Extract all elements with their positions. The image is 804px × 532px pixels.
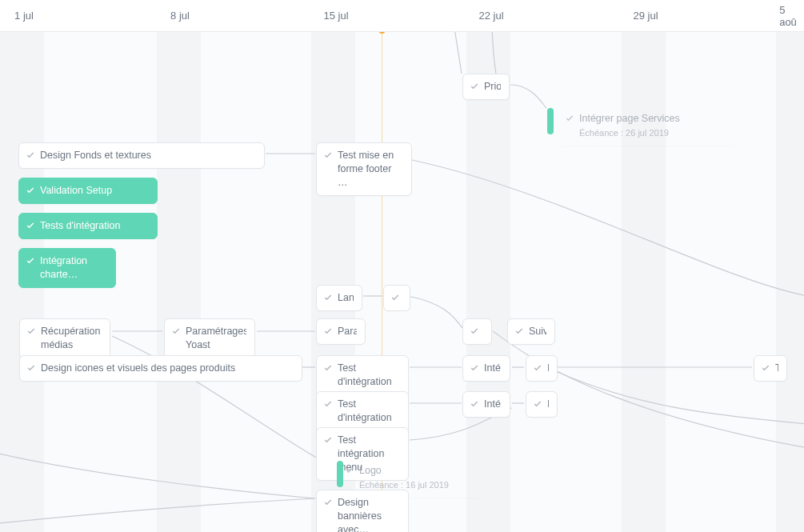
check-icon (26, 363, 36, 373)
task-label: Suiv… (529, 325, 546, 338)
check-icon (26, 150, 35, 160)
task-label: Inté… (484, 362, 502, 375)
task-i2[interactable]: I… (526, 391, 558, 418)
task-i1[interactable]: I… (526, 355, 558, 382)
weekend-stripe (157, 32, 201, 532)
task-label: Intégration charte… (40, 254, 107, 282)
task-t[interactable]: T… (754, 355, 787, 382)
date-label: 22 jul (478, 10, 503, 22)
weekend-stripe (776, 32, 804, 532)
date-label: 8 jul (170, 10, 190, 22)
task-medias[interactable]: Récupération médias (19, 318, 110, 358)
task-s[interactable]: S (462, 318, 492, 345)
date-label: 1 jul (14, 10, 34, 22)
check-icon (323, 435, 333, 445)
task-icones[interactable]: Design icones et visuels des pages produ… (19, 355, 302, 382)
task-label: Design icones et visuels des pages produ… (41, 362, 235, 375)
check-icon (323, 363, 333, 373)
task-label: Intégrer page Services (579, 112, 680, 126)
check-icon (470, 82, 479, 91)
task-label: Design bannières avec… (338, 496, 400, 532)
milestone-pill (547, 108, 554, 134)
timeline-canvas[interactable]: Prio… Intégrer page Services Échéance : … (0, 32, 804, 532)
check-icon (470, 399, 479, 409)
task-inte1[interactable]: Inté… (462, 355, 510, 382)
task-label: Prio… (484, 80, 501, 94)
check-icon (390, 293, 400, 302)
task-g[interactable]: G (383, 285, 410, 311)
check-icon (323, 326, 333, 336)
task-validation[interactable]: Validation Setup (18, 178, 158, 204)
task-label: Validation Setup (40, 184, 112, 198)
task-para[interactable]: Para… (316, 318, 366, 345)
task-label: Design Fonds et textures (40, 149, 151, 162)
task-label: Inté… (484, 398, 502, 411)
task-label: T… (775, 362, 778, 375)
date-label: 15 jul (323, 10, 348, 22)
check-icon (323, 399, 333, 409)
task-due: Échéance : 26 jul 2019 (579, 127, 680, 139)
check-icon (171, 326, 181, 336)
timeline-header: 1 jul 8 jul 15 jul 22 jul 29 jul 5 aoû (0, 0, 804, 32)
task-services[interactable]: Intégrer page Services Échéance : 26 jul… (558, 106, 734, 146)
check-icon (26, 256, 35, 266)
date-label: 5 aoû (779, 4, 797, 28)
task-label: I… (547, 398, 549, 411)
check-icon (323, 150, 333, 160)
task-footer[interactable]: Test mise en forme footer … (316, 142, 412, 196)
check-icon (533, 363, 542, 373)
check-icon (323, 293, 333, 302)
check-icon (514, 326, 524, 336)
check-icon (470, 363, 479, 373)
task-inte2[interactable]: Inté… (462, 391, 510, 418)
task-label: Para… (338, 325, 357, 338)
task-charte[interactable]: Intégration charte… (18, 248, 116, 288)
check-icon (761, 363, 770, 373)
task-label: Logo (359, 464, 449, 478)
check-icon (565, 114, 574, 123)
date-label: 29 jul (633, 10, 658, 22)
task-label: Tests d'intégration (40, 219, 120, 233)
task-suiv[interactable]: Suiv… (507, 318, 555, 345)
check-icon (470, 326, 479, 336)
task-label: Paramétrages Yoast (186, 325, 246, 352)
task-lan[interactable]: Lan… (316, 285, 362, 311)
task-label: Récupération médias (41, 325, 102, 352)
check-icon (345, 466, 354, 475)
check-icon (323, 498, 333, 507)
task-fonds[interactable]: Design Fonds et textures (18, 142, 265, 169)
task-tests[interactable]: Tests d'intégration (18, 213, 158, 239)
check-icon (26, 186, 35, 195)
check-icon (533, 399, 542, 409)
task-label: Lan… (338, 291, 354, 305)
task-bannieres[interactable]: Design bannières avec… (316, 490, 409, 532)
check-icon (26, 326, 36, 336)
task-prio[interactable]: Prio… (462, 74, 510, 100)
task-label: I… (547, 362, 549, 375)
task-label: Test mise en forme footer … (338, 149, 403, 190)
task-yoast[interactable]: Paramétrages Yoast (164, 318, 255, 358)
check-icon (26, 221, 35, 230)
